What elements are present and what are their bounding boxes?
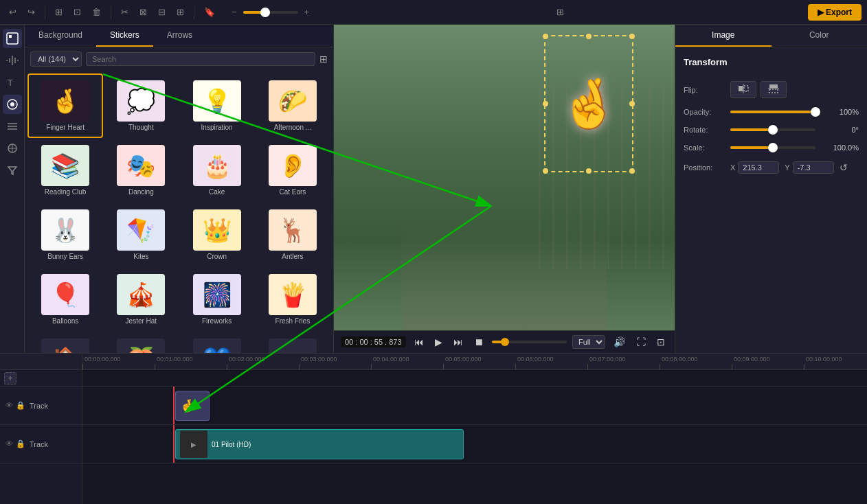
sticker-item-fireworks[interactable]: 🎆 Fireworks: [179, 267, 255, 332]
sticker-item-inspiration[interactable]: 💡 Inspiration: [179, 73, 255, 138]
opacity-handle[interactable]: [811, 107, 820, 117]
sticker-item-cake[interactable]: 🎂 Cake: [179, 138, 255, 203]
track2-lock-icon[interactable]: 🔒: [16, 439, 25, 448]
zoom-in-button[interactable]: +: [301, 5, 313, 19]
sticker-item-balloons[interactable]: 🎈 Balloons: [27, 267, 103, 332]
handle-tr[interactable]: [629, 34, 635, 39]
sticker-clip[interactable]: 🤞: [175, 391, 210, 421]
sticker-thumb-crown: 👑: [193, 209, 241, 251]
flip-horizontal-button[interactable]: [730, 81, 756, 98]
scale-row: Scale: 100.0%: [684, 144, 859, 152]
group-button[interactable]: ⊞: [52, 5, 66, 19]
sidebar-icon-transitions[interactable]: [3, 117, 22, 136]
sidebar-icon-effects[interactable]: [3, 139, 22, 158]
grid-toggle-icon[interactable]: ⊞: [319, 54, 328, 65]
delete-button[interactable]: 🗑: [89, 5, 104, 19]
track1-lock-icon[interactable]: 🔒: [16, 401, 25, 410]
handle-ml[interactable]: [543, 101, 548, 106]
seek-bar[interactable]: [492, 341, 567, 343]
undo-button[interactable]: ↩: [5, 5, 20, 19]
sticker-item-item20[interactable]: 🔺: [255, 332, 330, 353]
video-clip[interactable]: ▶ 01 Pilot (HD): [175, 429, 464, 459]
scale-handle[interactable]: [768, 143, 778, 152]
volume-button[interactable]: 🔊: [611, 335, 628, 349]
handle-tl[interactable]: [543, 34, 548, 39]
track1-visibility-icon[interactable]: 👁: [5, 401, 13, 410]
opacity-slider[interactable]: [730, 111, 815, 113]
rotate-handle[interactable]: [768, 125, 778, 135]
sticker-item-antlers[interactable]: 🦌 Antlers: [255, 203, 330, 267]
sticker-thumb-antlers: 🦌: [269, 209, 317, 251]
sticker-item-bunny-ears[interactable]: 🐰 Bunny Ears: [27, 203, 103, 267]
more2-button[interactable]: ⊞: [173, 5, 188, 19]
sticker-label-afternoon: Afternoon ...: [274, 124, 311, 131]
tab-stickers[interactable]: Stickers: [96, 25, 153, 47]
add-track-button[interactable]: +: [4, 372, 16, 385]
fullscreen-button[interactable]: ⛶: [633, 335, 649, 349]
fit-button[interactable]: ⊞: [553, 5, 567, 19]
tab-background[interactable]: Background: [25, 25, 96, 47]
bookmark-button[interactable]: 🔖: [201, 5, 218, 19]
sticker-item-cat-ears[interactable]: 👂 Cat Ears: [255, 138, 330, 203]
sticker-label-cat-ears: Cat Ears: [279, 188, 306, 196]
stop-button[interactable]: ⏹: [471, 335, 486, 349]
handle-br[interactable]: [629, 168, 635, 174]
search-input[interactable]: [86, 52, 315, 66]
handle-tm[interactable]: [586, 34, 592, 39]
pip-button[interactable]: ⊡: [654, 335, 668, 349]
handle-bm[interactable]: [586, 168, 592, 174]
tab-arrows[interactable]: Arrows: [153, 25, 206, 47]
crop-button[interactable]: ⊠: [136, 5, 150, 19]
handle-mr[interactable]: [629, 101, 635, 106]
sticker-item-thought[interactable]: 💭 Thought: [103, 73, 179, 138]
sticker-thumb-fresh-fries: 🍟: [269, 274, 317, 315]
sticker-item-crown[interactable]: 👑 Crown: [179, 203, 255, 267]
playhead-video: [173, 425, 174, 463]
redo-button[interactable]: ↪: [24, 5, 38, 19]
zoom-slider[interactable]: [243, 11, 298, 14]
sidebar-icon-stickers[interactable]: [3, 95, 22, 114]
zoom-out-button[interactable]: −: [228, 5, 240, 19]
pos-y-input[interactable]: [793, 161, 834, 174]
sticker-item-reading-club[interactable]: 📚 Reading Club: [27, 138, 103, 203]
tab-image[interactable]: Image: [675, 25, 772, 47]
ungroup-button[interactable]: ⊡: [70, 5, 85, 19]
rotate-slider[interactable]: [730, 128, 815, 131]
export-button[interactable]: ▶ Export: [808, 4, 862, 21]
scale-value: 100.0%: [821, 144, 859, 152]
flip-vertical-button[interactable]: [761, 81, 787, 98]
sticker-item-fresh-fries[interactable]: 🍟 Fresh Fries: [255, 267, 330, 332]
sticker-item-item17[interactable]: 🏠: [27, 332, 103, 353]
rotate-label: Rotate:: [684, 126, 725, 134]
split-button[interactable]: ✂: [117, 5, 132, 19]
pos-x-input[interactable]: [738, 161, 779, 174]
sidebar-icon-audio[interactable]: [3, 51, 22, 70]
sticker-item-dancing[interactable]: 🎭 Dancing: [103, 138, 179, 203]
sticker-item-afternoon[interactable]: 🌮 Afternoon ...: [255, 73, 330, 138]
sticker-item-finger-heart[interactable]: 🤞 Finger Heart: [27, 73, 103, 138]
position-reset-button[interactable]: ↺: [840, 161, 848, 174]
more1-button[interactable]: ⊟: [155, 5, 169, 19]
play-button[interactable]: ▶: [432, 335, 445, 349]
quality-select[interactable]: Full: [572, 335, 605, 349]
forward-button[interactable]: ⏭: [451, 335, 466, 349]
tab-color[interactable]: Color: [772, 25, 868, 47]
handle-bl[interactable]: [543, 168, 548, 174]
track2-visibility-icon[interactable]: 👁: [5, 439, 13, 448]
sticker-item-kites[interactable]: 🪁 Kites: [103, 203, 179, 267]
sidebar-icon-media[interactable]: [3, 29, 22, 48]
scale-slider[interactable]: [730, 146, 815, 149]
sticker-item-item19[interactable]: 💙: [179, 332, 255, 353]
sticker-item-jester-hat[interactable]: 🎪 Jester Hat: [103, 267, 179, 332]
sidebar-icon-text[interactable]: T: [3, 73, 22, 92]
panel-controls: All (144) ⊞: [25, 47, 333, 71]
sidebar-icon-filters[interactable]: [3, 161, 22, 180]
playhead[interactable]: [173, 387, 174, 424]
sticker-label-thought: Thought: [128, 124, 154, 131]
category-dropdown[interactable]: All (144): [30, 51, 82, 67]
sticker-item-item18[interactable]: 🍑: [103, 332, 179, 353]
sticker-label-fireworks: Fireworks: [202, 317, 232, 325]
transform-title: Transform: [684, 57, 859, 67]
rewind-button[interactable]: ⏮: [412, 335, 427, 349]
seek-handle[interactable]: [501, 338, 509, 346]
